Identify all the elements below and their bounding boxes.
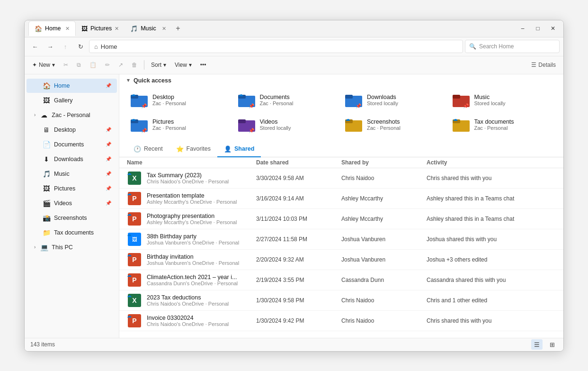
table-row[interactable]: ☁ P Photography presentation Ashley Mcca… xyxy=(119,209,563,229)
sort-arrow-icon: ▾ xyxy=(163,62,166,68)
table-row[interactable]: ☁ P ClimateAction.tech 2021 – year i... … xyxy=(119,270,563,290)
qa-item-sub: Stored locally xyxy=(260,125,291,131)
content-tabs-bar: 🕐Recent⭐Favorites👤Shared xyxy=(119,142,563,157)
file-shared-by: Chris Naidoo xyxy=(341,317,427,324)
file-name-cell: ☁ 🖼 38th Birthday party Joshua Vanburen'… xyxy=(127,232,256,247)
address-bar: ← → ↑ ↻ ⌂ Home 🔍 Search Home xyxy=(25,37,563,56)
minimize-button[interactable]: – xyxy=(516,22,529,35)
sort-button[interactable]: Sort ▾ xyxy=(147,58,170,72)
file-icon-wrap: ☁ P xyxy=(127,252,142,267)
content-tab-shared[interactable]: 👤Shared xyxy=(217,142,261,157)
file-name-text: Photography presentation Ashley Mccarthy… xyxy=(147,213,237,225)
table-row[interactable]: ☁ 🖼 38th Birthday party Joshua Vanburen'… xyxy=(119,229,563,250)
view-button[interactable]: View ▾ xyxy=(171,58,196,72)
sidebar-item-zac-personal[interactable]: ›☁Zac - Personal xyxy=(27,108,117,122)
sidebar-item-label: This PC xyxy=(52,244,72,251)
content-tab-recent[interactable]: 🕐Recent xyxy=(127,142,169,157)
file-name: 2023 Tax deductions xyxy=(147,294,229,301)
tab-pictures[interactable]: 🖼Pictures✕ xyxy=(76,21,125,36)
qa-item-desktop[interactable]: ☁ 📌 Desktop Zac · Personal xyxy=(127,89,234,111)
search-placeholder: Search Home xyxy=(479,43,514,50)
tab-label: Pictures xyxy=(90,25,112,32)
table-row[interactable]: ☁ X 2023 Tax deductions Chris Naidoo's O… xyxy=(119,290,563,311)
sidebar-item-gallery[interactable]: 🖼Gallery xyxy=(27,93,117,108)
folder-icon-wrap: ☁ xyxy=(345,116,362,133)
sidebar-item-videos[interactable]: 🎬Videos📌 xyxy=(27,196,117,210)
sidebar-item-screenshots[interactable]: 📸Screenshots xyxy=(27,211,117,225)
file-shared-by: Joshua Vanburen xyxy=(341,256,427,263)
toolbar-separator xyxy=(144,60,144,70)
sidebar-icon: 📸 xyxy=(43,214,50,222)
tab-close-icon[interactable]: ✕ xyxy=(162,26,166,32)
list-view-button[interactable]: ☰ xyxy=(531,339,543,350)
qa-item-sub: Stored locally xyxy=(474,100,506,106)
qa-item-pictures[interactable]: ☁ 📌 Pictures Zac · Personal xyxy=(127,113,234,136)
sidebar-item-music[interactable]: 🎵Music📌 xyxy=(27,167,117,181)
more-button[interactable]: ••• xyxy=(196,58,210,72)
up-button[interactable]: ↑ xyxy=(59,40,72,53)
tab-music[interactable]: 🎵Music✕ xyxy=(125,21,172,36)
tab-close-icon[interactable]: ✕ xyxy=(115,26,119,32)
share-button[interactable]: ↗ xyxy=(115,58,127,72)
table-row[interactable]: ☁ P Invoice 03302024 Chris Naidoo's OneD… xyxy=(119,311,563,331)
file-sub: Ashley Mccarthy's OneDrive · Personal xyxy=(147,199,237,205)
qa-item-name: Music xyxy=(474,94,506,100)
qa-text: Music Stored locally xyxy=(474,94,506,106)
file-name-text: Presentation template Ashley Mccarthy's … xyxy=(147,192,237,205)
sidebar: 🏠Home📌🖼Gallery›☁Zac - Personal🖥Desktop📌📄… xyxy=(25,74,119,338)
sidebar-item-this-pc[interactable]: ›💻This PC xyxy=(27,240,117,254)
sidebar-item-desktop[interactable]: 🖥Desktop📌 xyxy=(27,123,117,137)
tab-home[interactable]: 🏠Home✕ xyxy=(28,21,76,36)
tab-close-icon[interactable]: ✕ xyxy=(65,26,70,32)
sidebar-item-downloads[interactable]: ⬇Downloads📌 xyxy=(27,152,117,166)
maximize-button[interactable]: □ xyxy=(531,22,544,35)
sidebar-item-home[interactable]: 🏠Home📌 xyxy=(27,79,117,93)
search-box[interactable]: 🔍 Search Home xyxy=(465,40,560,53)
details-toggle[interactable]: ☰ Details xyxy=(527,58,560,72)
paste-button[interactable]: 📋 xyxy=(86,58,100,72)
table-row[interactable]: ☁ X Tax Summary (2023) Chris Naidoo's On… xyxy=(119,168,563,189)
sidebar-item-label: Gallery xyxy=(54,97,73,104)
new-label: New xyxy=(39,62,50,68)
sidebar-item-pictures[interactable]: 🖼Pictures📌 xyxy=(27,181,117,196)
qa-item-documents[interactable]: ☁ 📌 Documents Zac · Personal xyxy=(234,89,342,111)
back-button[interactable]: ← xyxy=(28,40,42,53)
file-name-text: Invoice 03302024 Chris Naidoo's OneDrive… xyxy=(147,315,229,327)
sidebar-icon: 🖼 xyxy=(43,97,50,104)
sidebar-item-documents[interactable]: 📄Documents📌 xyxy=(27,137,117,152)
sidebar-item-tax-documents[interactable]: 📁Tax documents xyxy=(27,226,117,240)
qa-item-screenshots[interactable]: ☁ Screenshots Zac · Personal xyxy=(341,113,449,136)
cloud-icon: ☁ xyxy=(345,116,350,122)
cut-button[interactable]: ✂ xyxy=(60,58,72,72)
cloud-icon: ☁ xyxy=(453,116,458,122)
qa-text: Screenshots Zac · Personal xyxy=(367,118,401,131)
qa-item-sub: Zac · Personal xyxy=(152,100,186,106)
sidebar-item-label: Downloads xyxy=(54,156,83,163)
file-activity: Cassandra shared this with you xyxy=(427,277,556,283)
new-button[interactable]: ✦ New ▾ xyxy=(28,58,59,72)
delete-button[interactable]: 🗑 xyxy=(128,58,141,72)
file-name-cell: ☁ P Presentation template Ashley Mccarth… xyxy=(127,191,256,206)
forward-button[interactable]: → xyxy=(44,40,57,53)
file-name: Tax Summary (2023) xyxy=(147,172,229,179)
main-content: 🏠Home📌🖼Gallery›☁Zac - Personal🖥Desktop📌📄… xyxy=(25,74,563,338)
grid-view-button[interactable]: ⊞ xyxy=(546,339,558,350)
table-row[interactable]: ☁ P Presentation template Ashley Mccarth… xyxy=(119,189,563,209)
copy-button[interactable]: ⧉ xyxy=(73,58,85,72)
close-button[interactable]: ✕ xyxy=(546,22,560,35)
titlebar: 🏠Home✕🖼Pictures✕🎵Music✕+ – □ ✕ xyxy=(25,20,563,37)
content-tab-favorites[interactable]: ⭐Favorites xyxy=(169,142,217,157)
home-icon: ⌂ xyxy=(94,43,98,50)
refresh-button[interactable]: ↻ xyxy=(74,40,87,53)
qa-item-music[interactable]: 📌 Music Stored locally xyxy=(449,89,556,111)
table-row[interactable]: ☁ P Birthday invitation Joshua Vanburen'… xyxy=(119,250,563,270)
new-tab-button[interactable]: + xyxy=(172,24,184,33)
rename-button[interactable]: ✏ xyxy=(101,58,114,72)
qa-item-tax-documents[interactable]: ☁ Tax documents Zac · Personal xyxy=(449,113,556,136)
qa-item-videos[interactable]: 📌 Videos Stored locally xyxy=(234,113,342,136)
view-label: View xyxy=(175,62,187,68)
address-path[interactable]: ⌂ Home xyxy=(89,40,463,53)
qa-item-downloads[interactable]: 📌 Downloads Stored locally xyxy=(341,89,449,111)
quick-access-header[interactable]: ▾ Quick access xyxy=(119,74,563,87)
folder-icon-wrap: ☁ 📌 xyxy=(131,91,148,109)
